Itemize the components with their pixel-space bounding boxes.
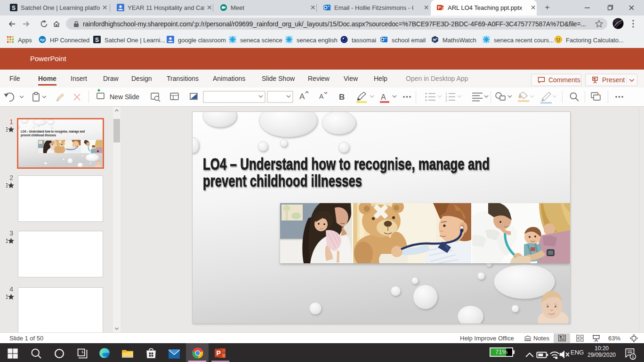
svg-text:A: A [319, 93, 324, 100]
svg-text:3: 3 [445, 99, 447, 102]
svg-text:S: S [95, 37, 99, 43]
svg-text:S: S [12, 5, 16, 11]
svg-text:hp: hp [40, 38, 45, 42]
svg-text:P: P [438, 5, 441, 10]
svg-text:1: 1 [632, 354, 634, 359]
svg-text:LO4 – Understand how to recogn: LO4 – Understand how to recognise, manag… [21, 130, 85, 134]
svg-text:P: P [217, 349, 221, 357]
svg-text:New Slide: New Slide [110, 93, 139, 101]
svg-text:A: A [381, 93, 386, 101]
svg-text:LO4 – Understand how to recogn: LO4 – Understand how to recognise, manag… [203, 155, 490, 173]
svg-text:1: 1 [445, 92, 447, 95]
svg-text:prevent childhood illnesses: prevent childhood illnesses [21, 134, 56, 137]
svg-text:prevent childhood illnesses: prevent childhood illnesses [203, 172, 362, 190]
svg-text:2: 2 [445, 95, 447, 99]
svg-text:B: B [339, 93, 345, 102]
svg-text:A: A [299, 92, 305, 101]
